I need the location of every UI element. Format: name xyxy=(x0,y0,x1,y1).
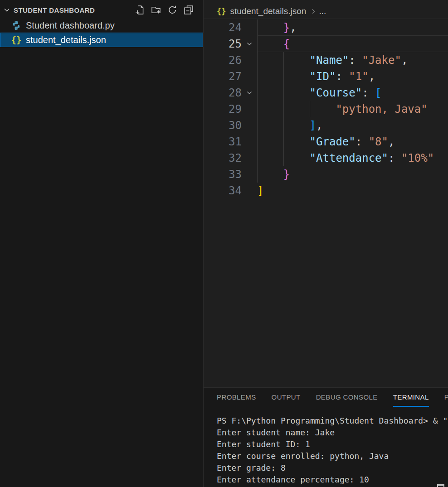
line-text: ], xyxy=(257,119,323,132)
line-text: "Course": [ xyxy=(257,87,382,99)
code-line-34[interactable]: 34] xyxy=(204,183,448,199)
section-title: STUDENT DASHBOARD xyxy=(14,6,95,14)
python-file-icon xyxy=(10,20,22,30)
chevron-down-icon xyxy=(3,6,10,14)
file-label: student_details.json xyxy=(26,35,106,45)
code-line-32[interactable]: 32 "Attendance": "10%" xyxy=(204,150,448,166)
terminal-line: Enter grade: 8 xyxy=(217,462,448,474)
terminal-line: Enter course enrolled: python, Java xyxy=(217,450,448,462)
file-item-student-dashboard-py[interactable]: Student dashboard.py xyxy=(0,18,203,33)
file-label: Student dashboard.py xyxy=(26,20,115,31)
refresh-icon[interactable] xyxy=(167,5,178,15)
breadcrumb-symbol[interactable]: ... xyxy=(319,6,326,16)
line-text: } xyxy=(257,168,290,181)
json-file-icon: {} xyxy=(10,35,22,45)
line-number: 33 xyxy=(204,166,242,183)
line-number: 27 xyxy=(204,68,242,85)
tab-terminal[interactable]: TERMINAL xyxy=(393,388,429,407)
line-number: 34 xyxy=(204,183,242,199)
line-number: 32 xyxy=(204,150,242,166)
explorer-actions xyxy=(134,3,194,17)
bottom-panel: PROBLEMSOUTPUTDEBUG CONSOLETERMINALPORTS… xyxy=(203,387,448,487)
code-line-33[interactable]: 33 } xyxy=(204,166,448,183)
breadcrumb[interactable]: {} student_details.json ... xyxy=(204,4,448,19)
line-text: }, xyxy=(257,21,297,34)
tab-output[interactable]: OUTPUT xyxy=(272,388,301,407)
line-text: "ID": "1", xyxy=(257,70,375,83)
line-number: 24 xyxy=(204,19,242,36)
breadcrumb-file[interactable]: student_details.json xyxy=(230,6,306,16)
new-folder-icon[interactable] xyxy=(151,5,161,15)
explorer-sidebar: STUDENT DASHBOARD xyxy=(0,0,203,487)
line-text: "python, Java" xyxy=(257,103,428,116)
terminal-line: Enter attendance percentage: 10 xyxy=(217,474,448,486)
line-text: { xyxy=(257,38,290,50)
line-text: ] xyxy=(257,184,263,197)
tab-ports[interactable]: PORTS xyxy=(444,388,448,407)
line-number: 28 xyxy=(204,85,242,101)
code-line-30[interactable]: 30 ], xyxy=(204,117,448,134)
fold-chevron-icon[interactable] xyxy=(242,36,257,52)
code-line-28[interactable]: 28 "Course": [ xyxy=(204,85,448,101)
editor-lines: 24 },25 {26 "Name": "Jake",27 "ID": "1",… xyxy=(204,19,448,199)
editor-region: {} student_details.json ... 24 },25 {26 … xyxy=(203,0,448,387)
line-number: 31 xyxy=(204,134,242,150)
code-line-26[interactable]: 26 "Name": "Jake", xyxy=(204,52,448,68)
code-line-31[interactable]: 31 "Grade": "8", xyxy=(204,134,448,150)
editor-code-area[interactable]: 24 },25 {26 "Name": "Jake",27 "ID": "1",… xyxy=(204,19,448,387)
collapse-all-icon[interactable] xyxy=(183,5,194,15)
line-number: 26 xyxy=(204,52,242,68)
explorer-section-header[interactable]: STUDENT DASHBOARD xyxy=(0,3,203,17)
tab-debug-console[interactable]: DEBUG CONSOLE xyxy=(316,388,378,407)
terminal-line: Enter student ID: 1 xyxy=(217,439,448,450)
code-line-24[interactable]: 24 }, xyxy=(204,19,448,36)
terminal-output[interactable]: PS F:\Python Programming\Student Dashboa… xyxy=(204,407,448,486)
code-line-25[interactable]: 25 { xyxy=(204,36,448,52)
file-list: Student dashboard.py{}student_details.js… xyxy=(0,18,203,47)
line-number: 30 xyxy=(204,117,242,134)
line-text: "Grade": "8", xyxy=(257,135,394,148)
tab-problems[interactable]: PROBLEMS xyxy=(217,388,256,407)
panel-corner-icon[interactable] xyxy=(437,484,444,487)
panel-tabs: PROBLEMSOUTPUTDEBUG CONSOLETERMINALPORTS xyxy=(204,388,448,407)
terminal-line: Enter student name: Jake xyxy=(217,427,448,439)
file-item-student-details-json[interactable]: {}student_details.json xyxy=(0,33,203,47)
line-number: 25 xyxy=(204,36,242,52)
chevron-right-icon xyxy=(310,8,317,15)
code-line-27[interactable]: 27 "ID": "1", xyxy=(204,68,448,85)
tab-strip xyxy=(204,0,448,4)
line-text: "Attendance": "10%" xyxy=(257,152,434,164)
line-number: 29 xyxy=(204,101,242,117)
new-file-icon[interactable] xyxy=(134,5,145,15)
json-file-icon: {} xyxy=(217,7,226,16)
line-text: "Name": "Jake", xyxy=(257,54,408,67)
tab-separator xyxy=(446,0,446,4)
code-line-29[interactable]: 29 "python, Java" xyxy=(204,101,448,117)
terminal-line: PS F:\Python Programming\Student Dashboa… xyxy=(217,415,448,427)
fold-chevron-icon[interactable] xyxy=(242,85,257,101)
